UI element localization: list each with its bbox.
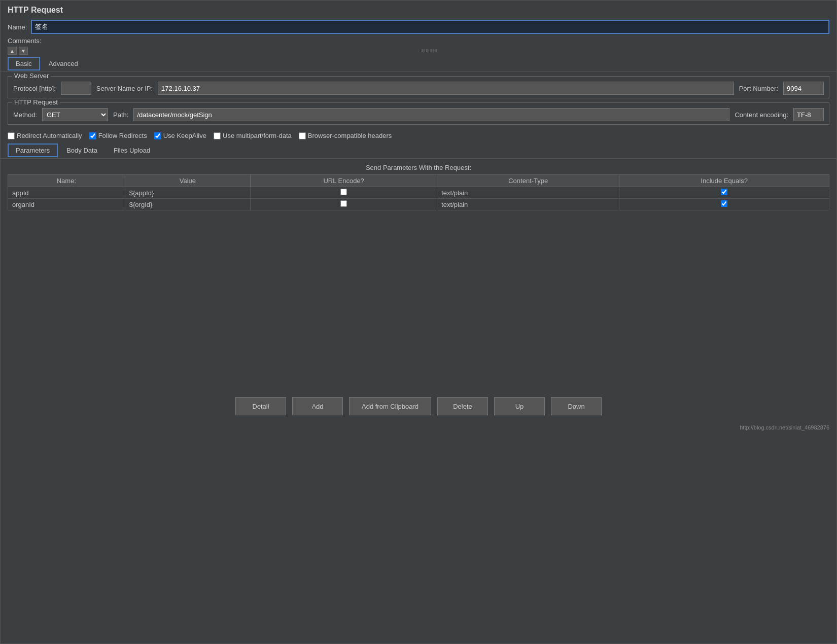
port-input[interactable] xyxy=(783,82,824,95)
col-content-type-header: Content-Type xyxy=(437,175,619,187)
table-row: appId${appId}text/plain xyxy=(8,187,829,199)
down-button[interactable]: Down xyxy=(551,397,602,415)
comments-row: Comments: xyxy=(1,36,836,46)
add-from-clipboard-button[interactable]: Add from Clipboard xyxy=(349,397,431,415)
server-name-input[interactable] xyxy=(158,82,734,95)
browser-headers-checkbox-item[interactable]: Browser-compatible headers xyxy=(299,132,392,139)
encoding-label: Content encoding: xyxy=(735,111,788,119)
http-request-legend: HTTP Request xyxy=(12,98,60,106)
follow-redirects-label: Follow Redirects xyxy=(98,132,147,139)
table-row: organId${orgId}text/plain xyxy=(8,199,829,210)
param-name: organId xyxy=(8,199,125,210)
encoding-input[interactable] xyxy=(793,108,824,121)
col-include-equals-header: Include Equals? xyxy=(619,175,829,187)
collapse-up-button[interactable]: ▲ xyxy=(8,47,17,55)
method-select[interactable]: GET POST PUT DELETE PATCH HEAD OPTIONS xyxy=(42,108,108,121)
follow-redirects-checkbox[interactable] xyxy=(89,132,96,139)
port-label: Port Number: xyxy=(739,85,778,92)
browser-headers-checkbox[interactable] xyxy=(299,132,306,139)
up-button[interactable]: Up xyxy=(494,397,545,415)
delete-button[interactable]: Delete xyxy=(437,397,488,415)
content-spacer xyxy=(1,212,836,390)
protocol-input[interactable] xyxy=(61,82,91,95)
bottom-buttons: Detail Add Add from Clipboard Delete Up … xyxy=(1,390,836,422)
name-input[interactable] xyxy=(31,20,829,34)
bottom-url: http://blog.csdn.net/siniat_46982876 xyxy=(1,422,836,433)
redirect-auto-checkbox[interactable] xyxy=(8,132,15,139)
tilde-decoration: ≋≋≋≋ xyxy=(30,48,829,54)
checkboxes-row: Redirect Automatically Follow Redirects … xyxy=(1,129,836,142)
param-include-equals[interactable] xyxy=(619,187,829,199)
keep-alive-label: Use KeepAlive xyxy=(163,132,206,139)
params-title: Send Parameters With the Request: xyxy=(8,161,829,174)
param-url-encode[interactable] xyxy=(251,199,437,210)
col-name-header: Name: xyxy=(8,175,125,187)
main-panel: HTTP Request Name: Comments: ▲ ▼ ≋≋≋≋ Ba… xyxy=(0,0,837,644)
sub-tab-parameters[interactable]: Parameters xyxy=(8,144,58,157)
http-request-row: Method: GET POST PUT DELETE PATCH HEAD O… xyxy=(13,106,824,121)
collapse-down-button[interactable]: ▼ xyxy=(19,47,28,55)
params-table: Name: Value URL Encode? Content-Type Inc… xyxy=(8,174,829,210)
col-value-header: Value xyxy=(125,175,250,187)
sub-tab-body-data[interactable]: Body Data xyxy=(59,144,105,157)
redirect-auto-checkbox-item[interactable]: Redirect Automatically xyxy=(8,132,82,139)
col-url-encode-header: URL Encode? xyxy=(251,175,437,187)
param-url-encode[interactable] xyxy=(251,187,437,199)
method-label: Method: xyxy=(13,111,37,119)
param-content-type: text/plain xyxy=(437,187,619,199)
http-request-section: HTTP Request Method: GET POST PUT DELETE… xyxy=(8,102,829,125)
sub-tabs-bar: Parameters Body Data Files Upload xyxy=(1,142,836,159)
sub-tab-files-upload[interactable]: Files Upload xyxy=(106,144,158,157)
keep-alive-checkbox[interactable] xyxy=(154,132,161,139)
param-include-equals[interactable] xyxy=(619,199,829,210)
main-tabs-bar: Basic Advanced xyxy=(1,56,836,72)
parameters-section: Send Parameters With the Request: Name: … xyxy=(1,159,836,212)
redirect-auto-label: Redirect Automatically xyxy=(17,132,82,139)
param-value: ${orgId} xyxy=(125,199,250,210)
web-server-legend: Web Server xyxy=(12,72,51,80)
multipart-checkbox[interactable] xyxy=(214,132,221,139)
param-content-type: text/plain xyxy=(437,199,619,210)
web-server-row: Protocol [http]: Server Name or IP: Port… xyxy=(13,80,824,95)
detail-button[interactable]: Detail xyxy=(235,397,286,415)
tab-advanced[interactable]: Advanced xyxy=(41,57,86,70)
name-label: Name: xyxy=(8,23,27,31)
path-input[interactable] xyxy=(133,108,729,121)
web-server-section: Web Server Protocol [http]: Server Name … xyxy=(8,76,829,98)
param-name: appId xyxy=(8,187,125,199)
keep-alive-checkbox-item[interactable]: Use KeepAlive xyxy=(154,132,206,139)
follow-redirects-checkbox-item[interactable]: Follow Redirects xyxy=(89,132,147,139)
param-value: ${appId} xyxy=(125,187,250,199)
comments-label: Comments: xyxy=(8,37,41,45)
add-button[interactable]: Add xyxy=(292,397,343,415)
panel-title: HTTP Request xyxy=(1,1,836,18)
multipart-label: Use multipart/form-data xyxy=(223,132,292,139)
name-row: Name: xyxy=(1,18,836,36)
tab-basic[interactable]: Basic xyxy=(8,57,40,70)
server-name-label: Server Name or IP: xyxy=(96,85,153,92)
protocol-label: Protocol [http]: xyxy=(13,85,56,92)
browser-headers-label: Browser-compatible headers xyxy=(308,132,392,139)
path-label: Path: xyxy=(113,111,128,119)
multipart-checkbox-item[interactable]: Use multipart/form-data xyxy=(214,132,292,139)
